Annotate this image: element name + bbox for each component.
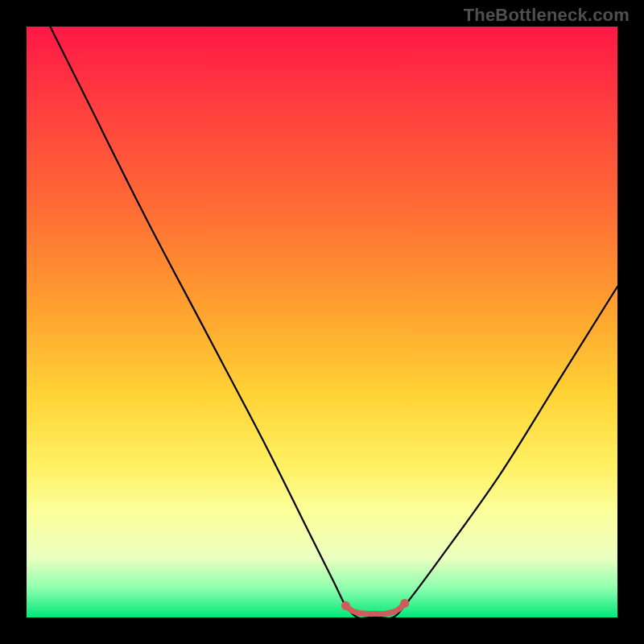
watermark-text: TheBottleneck.com bbox=[464, 5, 630, 26]
curve-path bbox=[50, 27, 617, 617]
chart-svg bbox=[27, 27, 617, 617]
chart-frame: TheBottleneck.com bbox=[0, 0, 644, 644]
series-optimal-band bbox=[341, 599, 409, 614]
optimal-band-end-dot bbox=[400, 599, 409, 608]
optimal-band-start-dot bbox=[341, 601, 350, 610]
plot-area bbox=[27, 27, 617, 617]
optimal-band-path bbox=[345, 603, 404, 613]
series-curve bbox=[50, 27, 617, 617]
